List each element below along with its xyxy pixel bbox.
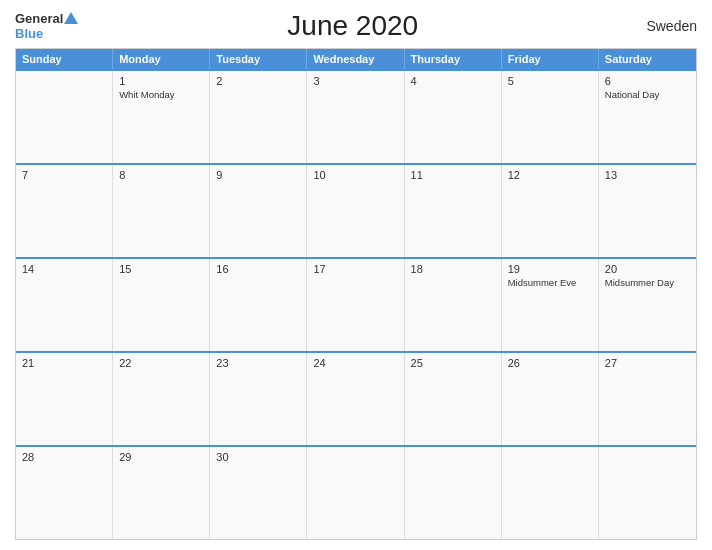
day-number: 24 bbox=[313, 357, 397, 369]
day-number: 6 bbox=[605, 75, 690, 87]
day-number: 29 bbox=[119, 451, 203, 463]
day-event: Whit Monday bbox=[119, 89, 203, 101]
calendar-cell: 30 bbox=[210, 447, 307, 539]
day-number: 12 bbox=[508, 169, 592, 181]
day-number: 10 bbox=[313, 169, 397, 181]
day-header-thursday: Thursday bbox=[405, 49, 502, 69]
calendar-cell: 17 bbox=[307, 259, 404, 351]
logo-blue-text: Blue bbox=[15, 26, 43, 41]
calendar-cell: 6National Day bbox=[599, 71, 696, 163]
logo-general-text: General bbox=[15, 11, 63, 26]
week-row-4: 21222324252627 bbox=[16, 351, 696, 445]
day-number: 22 bbox=[119, 357, 203, 369]
day-number: 3 bbox=[313, 75, 397, 87]
day-number: 16 bbox=[216, 263, 300, 275]
day-number: 23 bbox=[216, 357, 300, 369]
day-number: 18 bbox=[411, 263, 495, 275]
day-number: 20 bbox=[605, 263, 690, 275]
day-number: 2 bbox=[216, 75, 300, 87]
calendar-cell bbox=[405, 447, 502, 539]
calendar-cell: 22 bbox=[113, 353, 210, 445]
day-number: 30 bbox=[216, 451, 300, 463]
day-header-wednesday: Wednesday bbox=[307, 49, 404, 69]
calendar-cell bbox=[502, 447, 599, 539]
calendar-cell: 27 bbox=[599, 353, 696, 445]
calendar-cell bbox=[599, 447, 696, 539]
day-number: 7 bbox=[22, 169, 106, 181]
calendar-cell: 14 bbox=[16, 259, 113, 351]
calendar-cell: 11 bbox=[405, 165, 502, 257]
day-event: Midsummer Day bbox=[605, 277, 690, 289]
weeks-container: 1Whit Monday23456National Day78910111213… bbox=[16, 69, 696, 539]
week-row-5: 282930 bbox=[16, 445, 696, 539]
calendar-cell: 5 bbox=[502, 71, 599, 163]
calendar-cell: 25 bbox=[405, 353, 502, 445]
day-number: 27 bbox=[605, 357, 690, 369]
day-header-monday: Monday bbox=[113, 49, 210, 69]
logo: General Blue bbox=[15, 11, 78, 41]
calendar: SundayMondayTuesdayWednesdayThursdayFrid… bbox=[15, 48, 697, 540]
day-headers-row: SundayMondayTuesdayWednesdayThursdayFrid… bbox=[16, 49, 696, 69]
day-number: 9 bbox=[216, 169, 300, 181]
calendar-cell: 9 bbox=[210, 165, 307, 257]
calendar-cell: 2 bbox=[210, 71, 307, 163]
calendar-cell: 13 bbox=[599, 165, 696, 257]
calendar-cell: 18 bbox=[405, 259, 502, 351]
day-number: 28 bbox=[22, 451, 106, 463]
day-number: 19 bbox=[508, 263, 592, 275]
week-row-1: 1Whit Monday23456National Day bbox=[16, 69, 696, 163]
day-header-saturday: Saturday bbox=[599, 49, 696, 69]
day-number: 1 bbox=[119, 75, 203, 87]
day-number: 25 bbox=[411, 357, 495, 369]
calendar-cell: 4 bbox=[405, 71, 502, 163]
calendar-cell: 8 bbox=[113, 165, 210, 257]
calendar-cell: 20Midsummer Day bbox=[599, 259, 696, 351]
calendar-cell: 19Midsummer Eve bbox=[502, 259, 599, 351]
calendar-cell: 24 bbox=[307, 353, 404, 445]
day-number: 14 bbox=[22, 263, 106, 275]
calendar-cell: 3 bbox=[307, 71, 404, 163]
calendar-cell: 23 bbox=[210, 353, 307, 445]
calendar-cell bbox=[307, 447, 404, 539]
day-header-sunday: Sunday bbox=[16, 49, 113, 69]
day-number: 5 bbox=[508, 75, 592, 87]
day-number: 13 bbox=[605, 169, 690, 181]
calendar-cell: 28 bbox=[16, 447, 113, 539]
calendar-cell: 1Whit Monday bbox=[113, 71, 210, 163]
calendar-cell: 10 bbox=[307, 165, 404, 257]
day-number: 11 bbox=[411, 169, 495, 181]
week-row-2: 78910111213 bbox=[16, 163, 696, 257]
day-event: National Day bbox=[605, 89, 690, 101]
day-number: 21 bbox=[22, 357, 106, 369]
calendar-cell: 29 bbox=[113, 447, 210, 539]
calendar-cell: 15 bbox=[113, 259, 210, 351]
day-number: 4 bbox=[411, 75, 495, 87]
week-row-3: 141516171819Midsummer Eve20Midsummer Day bbox=[16, 257, 696, 351]
country-label: Sweden bbox=[627, 18, 697, 34]
day-header-tuesday: Tuesday bbox=[210, 49, 307, 69]
calendar-cell: 7 bbox=[16, 165, 113, 257]
logo-triangle-icon bbox=[64, 12, 78, 24]
day-event: Midsummer Eve bbox=[508, 277, 592, 289]
calendar-cell: 16 bbox=[210, 259, 307, 351]
calendar-cell bbox=[16, 71, 113, 163]
calendar-cell: 21 bbox=[16, 353, 113, 445]
month-title: June 2020 bbox=[78, 10, 627, 42]
calendar-cell: 12 bbox=[502, 165, 599, 257]
day-header-friday: Friday bbox=[502, 49, 599, 69]
day-number: 8 bbox=[119, 169, 203, 181]
day-number: 15 bbox=[119, 263, 203, 275]
calendar-cell: 26 bbox=[502, 353, 599, 445]
day-number: 17 bbox=[313, 263, 397, 275]
header: General Blue June 2020 Sweden bbox=[15, 10, 697, 42]
page: General Blue June 2020 Sweden SundayMond… bbox=[0, 0, 712, 550]
day-number: 26 bbox=[508, 357, 592, 369]
